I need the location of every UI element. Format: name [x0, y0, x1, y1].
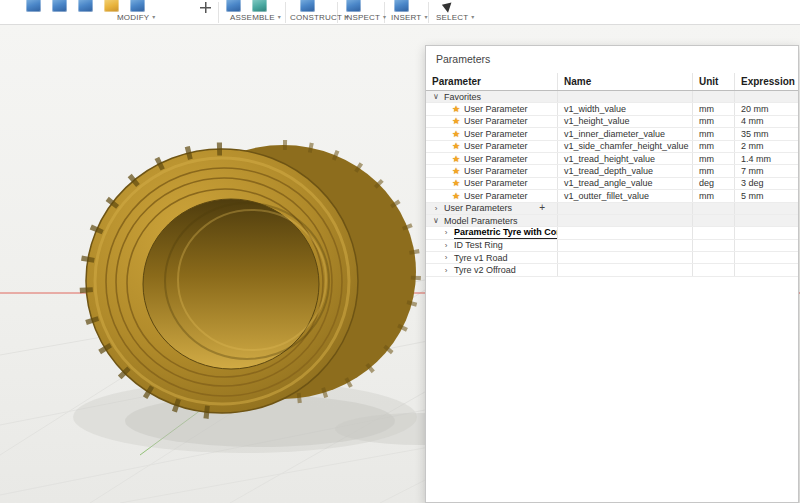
parameter-expression[interactable]: 35 mm [735, 128, 798, 139]
favorite-star-icon[interactable]: ★ [452, 191, 460, 201]
favorites-section-row[interactable]: ∨ Favorites [426, 91, 798, 103]
tire-model [86, 145, 416, 413]
col-expression: Expression [735, 73, 798, 90]
parameter-type-label: User Parameter [464, 178, 528, 188]
parameter-unit: mm [693, 153, 735, 164]
favorite-star-icon[interactable]: ★ [452, 178, 460, 188]
parameter-type-label: User Parameter [464, 104, 528, 114]
parameter-row[interactable]: ★ User Parameter v1_tread_depth_value mm… [426, 165, 798, 177]
revolve-tool-icon[interactable] [78, 0, 93, 12]
parameter-name: v1_tread_height_value [558, 153, 693, 164]
parameter-unit: mm [693, 165, 735, 176]
parameter-type-label: User Parameter [464, 141, 528, 151]
parameter-unit: mm [693, 103, 735, 114]
select-cursor-icon[interactable] [442, 0, 455, 13]
construct-plane-icon[interactable] [300, 0, 315, 12]
parameter-expression[interactable]: 7 mm [735, 165, 798, 176]
chevron-right-icon[interactable]: › [442, 253, 450, 262]
extrude-tool-icon[interactable] [52, 0, 67, 12]
user-parameters-section-row[interactable]: › User Parameters + [426, 203, 798, 215]
toolbar-separator [218, 2, 219, 23]
chevron-right-icon[interactable]: › [442, 241, 450, 250]
parameter-name: v1_side_chamfer_height_value [558, 141, 693, 152]
model-group-row[interactable]: › ID Test Ring [426, 240, 798, 252]
parameters-table: Parameter Name Unit Expression ∨ Favorit… [426, 73, 798, 277]
parameter-row[interactable]: ★ User Parameter v1_tread_height_value m… [426, 153, 798, 165]
parameter-name: v1_height_value [558, 116, 693, 127]
favorites-rows: ★ User Parameter v1_width_value mm 20 mm… [426, 103, 798, 202]
panel-title: Parameters [426, 46, 798, 73]
parameter-expression[interactable]: 2 mm [735, 141, 798, 152]
model-group-row[interactable]: › Tyre v1 Road [426, 252, 798, 264]
parameter-unit: mm [693, 141, 735, 152]
parameter-type-label: User Parameter [464, 166, 528, 176]
parameter-row[interactable]: ★ User Parameter v1_side_chamfer_height_… [426, 141, 798, 153]
parameter-row[interactable]: ★ User Parameter v1_inner_diameter_value… [426, 128, 798, 140]
sketch-tool-icon[interactable] [26, 0, 41, 12]
press-pull-tool-icon[interactable] [104, 0, 119, 12]
favorite-star-icon[interactable]: ★ [452, 166, 460, 176]
parameter-expression[interactable]: 5 mm [735, 190, 798, 201]
parameter-unit: mm [693, 190, 735, 201]
measure-tool-icon[interactable] [346, 0, 361, 12]
parameter-name: v1_outter_fillet_value [558, 190, 693, 201]
parameter-expression[interactable]: 3 deg [735, 178, 798, 189]
fillet-tool-icon[interactable] [130, 0, 145, 12]
new-component-icon[interactable] [226, 0, 241, 12]
toolbar-separator [285, 2, 286, 23]
joint-tool-icon[interactable] [252, 0, 267, 12]
parameter-unit: mm [693, 128, 735, 139]
menu-select[interactable]: SELECT [436, 13, 475, 22]
parameter-name: v1_tread_depth_value [558, 165, 693, 176]
move-tool-icon[interactable] [198, 0, 213, 15]
model-group-label: Tyre v2 Offroad [454, 265, 516, 275]
parameter-type-label: User Parameter [464, 116, 528, 126]
parameter-name: v1_inner_diameter_value [558, 128, 693, 139]
model-group-label: ID Test Ring [454, 240, 503, 250]
table-header-row: Parameter Name Unit Expression [426, 73, 798, 91]
favorite-star-icon[interactable]: ★ [452, 116, 460, 126]
menu-inspect[interactable]: INSPECT [344, 13, 386, 22]
parameter-unit: mm [693, 116, 735, 127]
parameter-row[interactable]: ★ User Parameter v1_width_value mm 20 mm [426, 103, 798, 115]
menu-assemble[interactable]: ASSEMBLE [230, 13, 281, 22]
toolbar: MODIFY ASSEMBLE CONSTRUCT INSPECT INSERT… [0, 0, 800, 25]
col-parameter: Parameter [426, 73, 558, 90]
favorite-star-icon[interactable]: ★ [452, 141, 460, 151]
parameter-expression[interactable]: 4 mm [735, 116, 798, 127]
favorite-star-icon[interactable]: ★ [452, 154, 460, 164]
menu-construct[interactable]: CONSTRUCT [290, 13, 348, 22]
parameter-type-label: User Parameter [464, 154, 528, 164]
favorite-star-icon[interactable]: ★ [452, 104, 460, 114]
col-name: Name [558, 73, 693, 90]
parameters-panel[interactable]: Parameters Parameter Name Unit Expressio… [425, 45, 799, 503]
parameter-type-label: User Parameter [464, 191, 528, 201]
col-unit: Unit [693, 73, 735, 90]
chevron-right-icon[interactable]: › [442, 228, 450, 237]
add-parameter-button[interactable]: + [539, 203, 545, 213]
favorites-label: Favorites [444, 92, 481, 102]
chevron-right-icon[interactable]: › [442, 266, 450, 275]
parameter-unit: deg [693, 178, 735, 189]
model-rows: › Parametric Tyre with Condit › ID Test … [426, 227, 798, 277]
user-parameters-label: User Parameters [444, 203, 512, 213]
parameter-expression[interactable]: 20 mm [735, 103, 798, 114]
toolbar-separator [428, 2, 429, 23]
menu-modify[interactable]: MODIFY [117, 13, 156, 22]
insert-tool-icon[interactable] [394, 0, 409, 12]
chevron-down-icon[interactable]: ∨ [432, 216, 440, 225]
model-group-label: Parametric Tyre with Condit [454, 227, 558, 238]
model-group-row[interactable]: › Tyre v2 Offroad [426, 264, 798, 276]
parameter-expression[interactable]: 1.4 mm [735, 153, 798, 164]
favorite-star-icon[interactable]: ★ [452, 129, 460, 139]
model-parameters-section-row[interactable]: ∨ Model Parameters [426, 215, 798, 227]
model-parameters-label: Model Parameters [444, 216, 518, 226]
parameter-row[interactable]: ★ User Parameter v1_outter_fillet_value … [426, 190, 798, 202]
chevron-right-icon[interactable]: › [432, 204, 440, 213]
menu-insert[interactable]: INSERT [391, 13, 428, 22]
model-group-label: Tyre v1 Road [454, 253, 508, 263]
parameter-row[interactable]: ★ User Parameter v1_height_value mm 4 mm [426, 116, 798, 128]
parameter-row[interactable]: ★ User Parameter v1_tread_angle_value de… [426, 178, 798, 190]
model-group-row[interactable]: › Parametric Tyre with Condit [426, 227, 798, 239]
chevron-down-icon[interactable]: ∨ [432, 92, 440, 101]
